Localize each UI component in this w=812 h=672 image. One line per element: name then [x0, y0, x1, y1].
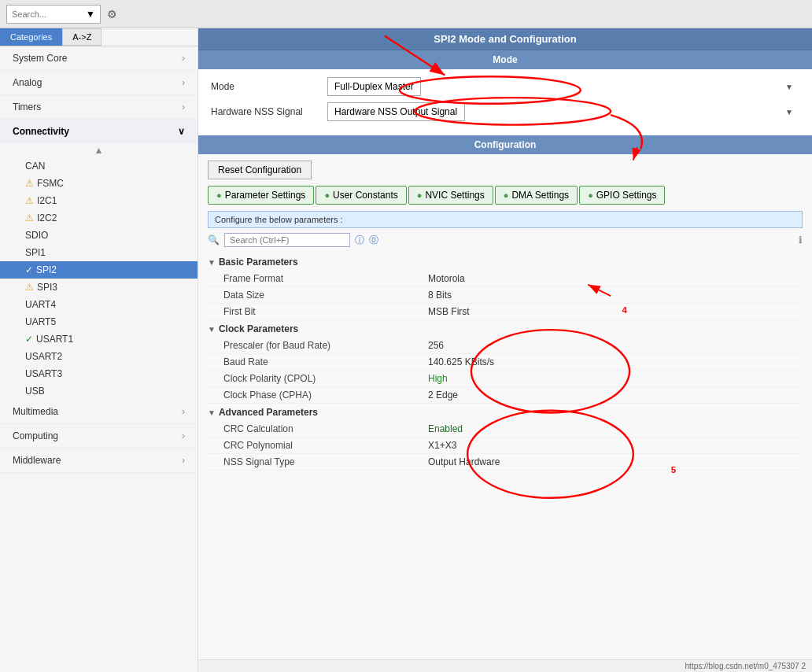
- scroll-up-indicator: ▲: [0, 143, 197, 157]
- sidebar-sub-uart4[interactable]: UART4: [0, 296, 197, 313]
- basic-params-toggle-icon: ▼: [208, 258, 216, 267]
- analog-label: Analog: [13, 77, 42, 88]
- content: SPI2 Mode and Configuration Mode Mode Fu…: [198, 28, 812, 659]
- tab-categories[interactable]: Categories: [0, 28, 62, 46]
- spi3-label: SPI3: [37, 282, 57, 293]
- crc-calc-value: Enabled: [428, 423, 463, 434]
- config-tabs: ● Parameter Settings ● User Constants ● …: [208, 186, 803, 205]
- param-search-input[interactable]: [224, 233, 350, 247]
- main-layout: Categories A->Z System Core › Analog › T…: [0, 28, 812, 672]
- param-settings-label: Parameter Settings: [225, 190, 306, 201]
- sidebar-sub-fsmc[interactable]: ⚠ FSMC: [0, 175, 197, 192]
- frame-format-value: Motorola: [428, 273, 465, 284]
- configure-hint: Configure the below parameters :: [208, 211, 803, 228]
- mode-select[interactable]: Full-Duplex Master Disabled Full-Duplex …: [327, 77, 421, 96]
- connectivity-label: Connectivity: [13, 126, 69, 137]
- computing-arrow: ›: [182, 430, 185, 441]
- spi3-warning-icon: ⚠: [25, 282, 34, 293]
- sidebar-sub-i2c2[interactable]: ⚠ I2C2: [0, 209, 197, 227]
- first-bit-value: MSB First: [428, 306, 470, 317]
- sidebar-item-analog[interactable]: Analog ›: [0, 71, 197, 95]
- tab-nvic-settings[interactable]: ● NVIC Settings: [408, 186, 493, 205]
- tab-dma-settings[interactable]: ● DMA Settings: [495, 186, 578, 205]
- spi1-label: SPI1: [25, 247, 46, 258]
- hardware-nss-select[interactable]: Hardware NSS Output Signal Disable Hardw…: [327, 102, 465, 121]
- info-icon: ℹ: [799, 234, 803, 246]
- sidebar-item-computing[interactable]: Computing ›: [0, 424, 197, 449]
- sidebar-sub-usart3[interactable]: USART3: [0, 365, 197, 382]
- hardware-nss-select-wrapper[interactable]: Hardware NSS Output Signal Disable Hardw…: [327, 102, 799, 121]
- gear-icon[interactable]: ⚙: [107, 8, 117, 20]
- connectivity-arrow: ∨: [178, 126, 185, 137]
- sidebar-sub-usart2[interactable]: USART2: [0, 348, 197, 365]
- config-header: Configuration: [198, 135, 812, 154]
- i2c2-label: I2C2: [37, 212, 57, 223]
- data-size-name: Data Size: [223, 290, 428, 301]
- crc-calc-row: CRC Calculation Enabled: [208, 421, 803, 438]
- computing-label: Computing: [13, 430, 58, 441]
- crc-calc-name: CRC Calculation: [223, 423, 428, 434]
- search-input[interactable]: [12, 9, 86, 19]
- sidebar-item-multimedia[interactable]: Multimedia ›: [0, 400, 197, 424]
- sidebar-sub-can[interactable]: CAN: [0, 157, 197, 175]
- usart1-check-icon: ✓: [25, 334, 33, 345]
- search-magnify-icon: 🔍: [208, 234, 220, 246]
- prescaler-value: 256: [428, 340, 444, 351]
- tab-user-constants[interactable]: ● User Constants: [316, 186, 406, 205]
- data-size-row: Data Size 8 Bits: [208, 287, 803, 304]
- advanced-params-section-header[interactable]: ▼ Advanced Parameters: [208, 404, 803, 421]
- mode-select-wrapper[interactable]: Full-Duplex Master Disabled Full-Duplex …: [327, 77, 799, 96]
- sidebar-sub-spi3[interactable]: ⚠ SPI3: [0, 279, 197, 296]
- param-settings-check-icon: ●: [216, 190, 222, 200]
- sidebar-item-connectivity[interactable]: Connectivity ∨: [0, 120, 197, 143]
- nvic-check-icon: ●: [417, 190, 423, 200]
- cpol-row: Clock Polarity (CPOL) High: [208, 371, 803, 387]
- tab-parameter-settings[interactable]: ● Parameter Settings: [208, 186, 314, 205]
- nvic-label: NVIC Settings: [425, 190, 484, 201]
- timers-arrow: ›: [182, 102, 185, 113]
- frame-format-name: Frame Format: [223, 273, 428, 284]
- mode-row: Mode Full-Duplex Master Disabled Full-Du…: [211, 77, 799, 96]
- crc-poly-name: CRC Polynomial: [223, 440, 428, 451]
- reset-button[interactable]: Reset Configuration: [208, 161, 312, 179]
- sidebar-sub-usb[interactable]: USB: [0, 382, 197, 400]
- clock-params-label: Clock Parameters: [219, 323, 298, 334]
- url-bar: https://blog.csdn.net/m0_475307 2: [198, 659, 812, 672]
- search-box[interactable]: ▼: [6, 5, 101, 24]
- usart3-label: USART3: [25, 368, 62, 379]
- cpol-value: High: [428, 373, 448, 384]
- clock-params-toggle-icon: ▼: [208, 325, 216, 334]
- sidebar-item-system-core[interactable]: System Core ›: [0, 46, 197, 71]
- basic-params-section-header[interactable]: ▼ Basic Parameters: [208, 253, 803, 271]
- sdio-label: SDIO: [25, 230, 48, 241]
- analog-arrow: ›: [182, 77, 185, 88]
- clock-params-section-header[interactable]: ▼ Clock Parameters: [208, 320, 803, 338]
- advanced-params-toggle-icon: ▼: [208, 408, 216, 417]
- cpol-name: Clock Polarity (CPOL): [223, 373, 428, 384]
- first-bit-name: First Bit: [223, 306, 428, 317]
- sidebar-item-middleware[interactable]: Middleware ›: [0, 449, 197, 473]
- sidebar-sub-uart5[interactable]: UART5: [0, 313, 197, 330]
- frame-format-row: Frame Format Motorola: [208, 271, 803, 287]
- sidebar-sub-spi1[interactable]: SPI1: [0, 244, 197, 261]
- sidebar-sub-i2c1[interactable]: ⚠ I2C1: [0, 192, 197, 209]
- gpio-check-icon: ●: [588, 190, 593, 200]
- sidebar-sub-sdio[interactable]: SDIO: [0, 227, 197, 244]
- sidebar-sub-usart1[interactable]: ✓ USART1: [0, 330, 197, 348]
- spi2-check-icon: ✓: [25, 264, 33, 275]
- usb-label: USB: [25, 386, 45, 397]
- tab-az[interactable]: A->Z: [62, 28, 102, 46]
- middleware-arrow: ›: [182, 455, 185, 466]
- fsmc-warning-icon: ⚠: [25, 178, 34, 189]
- baud-rate-row: Baud Rate 140.625 KBits/s: [208, 354, 803, 371]
- uart5-label: UART5: [25, 316, 56, 327]
- sidebar-sub-spi2[interactable]: ✓ SPI2: [0, 261, 197, 279]
- dma-label: DMA Settings: [511, 190, 569, 201]
- i2c1-warning-icon: ⚠: [25, 195, 34, 206]
- user-constants-check-icon: ●: [324, 190, 330, 200]
- sidebar-item-timers[interactable]: Timers ›: [0, 95, 197, 120]
- timers-label: Timers: [13, 102, 41, 113]
- tab-gpio-settings[interactable]: ● GPIO Settings: [579, 186, 665, 205]
- question-circle-icon: ⓪: [369, 234, 378, 247]
- mode-content: Mode Full-Duplex Master Disabled Full-Du…: [198, 69, 812, 135]
